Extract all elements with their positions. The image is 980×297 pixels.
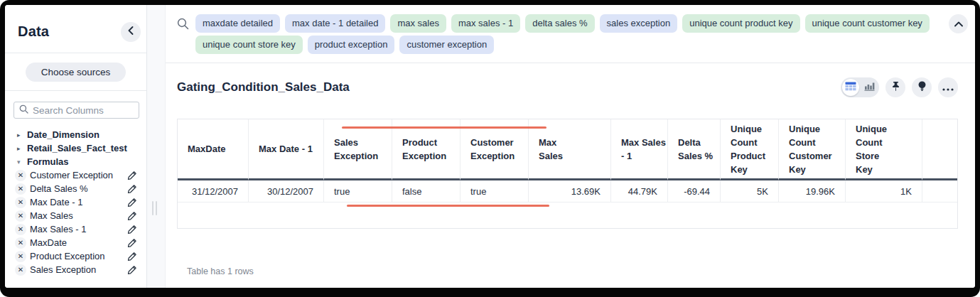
main-area: maxdate detailedmax date - 1 detailedmax… bbox=[166, 5, 975, 288]
insights-button[interactable] bbox=[912, 77, 932, 97]
lightbulb-icon bbox=[917, 81, 927, 94]
annotation-line-bottom bbox=[347, 205, 549, 207]
query-chip-sales-exception[interactable]: sales exception bbox=[600, 14, 678, 33]
tree-group-date-dimension[interactable]: ▸Date_Dimension bbox=[15, 128, 138, 141]
query-chip-unique-count-product-key[interactable]: unique count product key bbox=[682, 14, 799, 33]
table-row: 31/12/200730/12/2007truefalsetrue13.69K4… bbox=[178, 180, 957, 202]
edit-pencil-icon[interactable] bbox=[126, 184, 138, 194]
column-header-max-date-1[interactable]: Max Date - 1 bbox=[249, 119, 324, 180]
widget-header: Gating_Condition_Sales_Data bbox=[177, 77, 958, 97]
column-header-delta-sales[interactable]: Delta Sales % bbox=[668, 119, 721, 180]
table-empty-space bbox=[178, 202, 957, 228]
table-cell: false bbox=[392, 180, 461, 202]
query-chip-max-date-1-detailed[interactable]: max date - 1 detailed bbox=[285, 14, 385, 33]
choose-sources-button[interactable]: Choose sources bbox=[26, 63, 126, 82]
remove-formula-icon[interactable]: ✕ bbox=[15, 251, 26, 262]
table-cell: 31/12/2007 bbox=[178, 180, 249, 202]
table-cell: 1K bbox=[846, 180, 922, 202]
column-header-label: Delta Sales % bbox=[678, 136, 718, 163]
table-cell: 44.79K bbox=[611, 180, 668, 202]
formula-item-max-sales-1: ✕Max Sales - 1 bbox=[15, 222, 138, 236]
formula-label: Delta Sales % bbox=[30, 183, 126, 194]
formula-label: MaxDate bbox=[30, 237, 126, 248]
query-chip-product-exception[interactable]: product exception bbox=[308, 36, 395, 54]
tree-group-retail-sales-fact-test[interactable]: ▸Retail_Sales_Fact_test bbox=[15, 141, 138, 155]
query-chip-customer-exception[interactable]: customer exception bbox=[399, 36, 494, 54]
query-collapse-button[interactable] bbox=[949, 14, 968, 33]
chart-view-button[interactable] bbox=[861, 79, 878, 96]
table-row-count-status: Table has 1 rows bbox=[187, 266, 975, 276]
edit-pencil-icon[interactable] bbox=[126, 238, 138, 248]
edit-pencil-icon[interactable] bbox=[126, 225, 138, 234]
data-table: MaxDateMax Date - 1Sales ExceptionProduc… bbox=[178, 119, 957, 202]
column-header-maxdate[interactable]: MaxDate bbox=[178, 119, 249, 180]
column-header-label: Max Sales - 1 bbox=[621, 136, 667, 163]
column-header-unique-count-store-key[interactable]: Unique Count Store Key bbox=[846, 119, 922, 180]
table-cell: 5K bbox=[721, 180, 779, 202]
panel-resize-handle[interactable] bbox=[152, 201, 157, 215]
column-search-box bbox=[14, 102, 139, 119]
formula-item-maxdate: ✕MaxDate bbox=[15, 236, 138, 249]
table-view-button[interactable] bbox=[842, 79, 859, 96]
edit-pencil-icon[interactable] bbox=[126, 171, 138, 180]
sidebar-title: Data bbox=[18, 23, 49, 40]
column-header-label: Max Sales bbox=[539, 136, 569, 163]
formula-label: Product Exception bbox=[30, 251, 126, 261]
query-bar: maxdate detailedmax date - 1 detailedmax… bbox=[166, 5, 975, 63]
table-cell bbox=[922, 180, 957, 202]
formula-label: Sales Exception bbox=[30, 264, 126, 275]
edit-pencil-icon[interactable] bbox=[126, 252, 138, 261]
remove-formula-icon[interactable]: ✕ bbox=[15, 224, 26, 235]
remove-formula-icon[interactable]: ✕ bbox=[15, 237, 26, 249]
column-header-label: Customer Exception bbox=[470, 136, 524, 163]
formula-item-delta-sales: ✕Delta Sales % bbox=[15, 182, 138, 195]
edit-pencil-icon[interactable] bbox=[126, 211, 138, 221]
remove-formula-icon[interactable]: ✕ bbox=[15, 264, 26, 276]
widget-title: Gating_Condition_Sales_Data bbox=[177, 80, 350, 94]
column-header-max-sales-1[interactable]: Max Sales - 1 bbox=[611, 119, 668, 180]
query-chip-unique-count-customer-key[interactable]: unique count customer key bbox=[805, 14, 930, 33]
ellipsis-icon bbox=[942, 82, 954, 93]
edit-pencil-icon[interactable] bbox=[126, 265, 138, 275]
search-icon bbox=[177, 18, 189, 33]
remove-formula-icon[interactable]: ✕ bbox=[15, 197, 26, 208]
table-body: 31/12/200730/12/2007truefalsetrue13.69K4… bbox=[178, 180, 957, 202]
pin-button[interactable] bbox=[885, 77, 905, 97]
pushpin-icon bbox=[891, 81, 900, 94]
annotation-line-top bbox=[342, 126, 546, 129]
formula-label: Max Date - 1 bbox=[30, 197, 126, 207]
column-header-label: Unique Count Customer Key bbox=[789, 122, 837, 176]
query-chip-maxdate-detailed[interactable]: maxdate detailed bbox=[195, 14, 280, 33]
caret-right-icon: ▸ bbox=[15, 131, 27, 139]
chevron-left-icon bbox=[128, 26, 134, 37]
column-tree: ▸Date_Dimension▸Retail_Sales_Fact_test▾F… bbox=[5, 126, 146, 276]
table-cell: true bbox=[324, 180, 392, 202]
query-chip-max-sales-1[interactable]: max sales - 1 bbox=[451, 14, 520, 33]
query-chip-max-sales[interactable]: max sales bbox=[390, 14, 446, 33]
app-surface: Data Choose sources ▸Date_Dimension▸Reta… bbox=[5, 5, 975, 288]
tree-group-label: Date_Dimension bbox=[27, 129, 138, 140]
column-header-label: Sales Exception bbox=[334, 136, 384, 163]
edit-pencil-icon[interactable] bbox=[126, 198, 138, 207]
formula-label: Customer Exception bbox=[30, 170, 126, 180]
query-chip-unique-count-store-key[interactable]: unique count store key bbox=[195, 36, 303, 54]
table-cell: -69.44 bbox=[668, 180, 721, 202]
column-search-input[interactable] bbox=[33, 105, 139, 116]
column-header-unique-count-customer-key[interactable]: Unique Count Customer Key bbox=[779, 119, 846, 180]
query-chip-delta-sales[interactable]: delta sales % bbox=[525, 14, 594, 33]
column-header-blank[interactable] bbox=[922, 119, 957, 180]
remove-formula-icon[interactable]: ✕ bbox=[15, 210, 26, 222]
sidebar-header: Data bbox=[5, 5, 146, 53]
sidebar-collapse-button[interactable] bbox=[121, 22, 141, 42]
formula-label: Max Sales - 1 bbox=[30, 224, 126, 234]
caret-right-icon: ▸ bbox=[15, 145, 27, 152]
remove-formula-icon[interactable]: ✕ bbox=[15, 170, 26, 181]
tree-group-formulas[interactable]: ▾Formulas bbox=[15, 155, 138, 168]
column-header-unique-count-product-key[interactable]: Unique Count Product Key bbox=[721, 119, 779, 180]
widget-toolbar bbox=[841, 77, 958, 97]
column-header-label: Unique Count Store Key bbox=[856, 122, 895, 176]
panel-gutter bbox=[147, 5, 166, 288]
more-options-button[interactable] bbox=[938, 77, 958, 97]
remove-formula-icon[interactable]: ✕ bbox=[15, 183, 26, 195]
table-cell: 13.69K bbox=[529, 180, 611, 202]
